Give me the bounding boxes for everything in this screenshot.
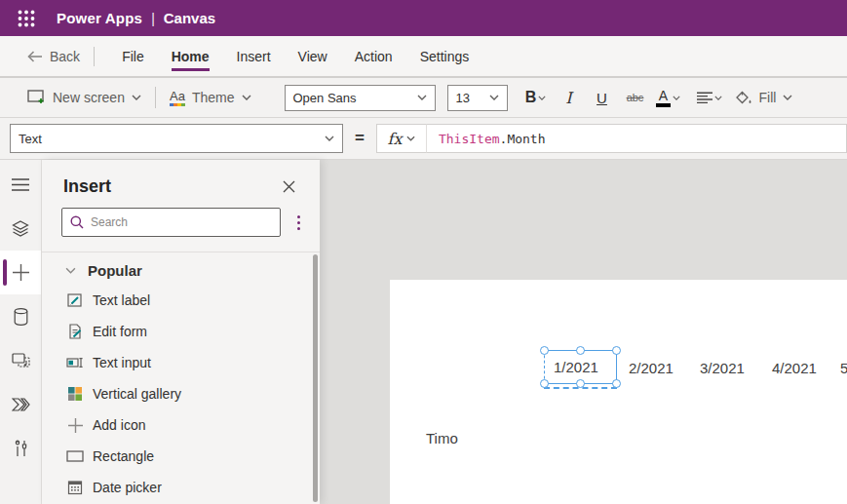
underline-button[interactable]: U: [586, 83, 619, 112]
month-label[interactable]: 3/2021: [700, 360, 745, 376]
chevron-down-icon: [673, 96, 680, 100]
chevron-down-icon: [242, 95, 251, 100]
chevron-down-icon: [783, 95, 792, 100]
document-title: Canvas: [164, 10, 215, 26]
month-label[interactable]: 4/2021: [772, 360, 817, 376]
panel-scrollbar[interactable]: [313, 254, 318, 502]
align-left-icon: [697, 92, 712, 104]
strikethrough-button[interactable]: abc: [619, 83, 652, 112]
resize-handle[interactable]: [540, 346, 549, 355]
popular-section-header[interactable]: Popular: [42, 252, 320, 285]
chevron-down-icon: [325, 136, 334, 141]
insert-item-rectangle[interactable]: Rectangle: [42, 441, 320, 472]
menu-item-file[interactable]: File: [114, 37, 152, 76]
insert-item-text-label[interactable]: Text label: [42, 285, 320, 316]
theme-label: Theme: [192, 90, 235, 105]
align-button[interactable]: [693, 83, 726, 112]
month-label-text: 1/2021: [554, 359, 598, 375]
rail-data-button[interactable]: [0, 294, 41, 338]
bold-icon: B: [525, 89, 537, 106]
formula-member: .Month: [500, 132, 546, 146]
insert-panel-header: Insert: [42, 160, 320, 208]
search-box[interactable]: [61, 208, 281, 237]
font-family-select[interactable]: Open Sans: [285, 85, 436, 111]
menu-item-settings[interactable]: Settings: [412, 37, 478, 76]
selected-month-label[interactable]: 1/2021: [544, 350, 617, 384]
studio-body: Insert: [0, 160, 847, 504]
menu-item-action[interactable]: Action: [347, 37, 401, 76]
insert-item-vertical-gallery[interactable]: Vertical gallery: [42, 378, 320, 409]
resize-handle[interactable]: [576, 379, 585, 388]
insert-item-edit-form[interactable]: Edit form: [42, 316, 320, 347]
app-title[interactable]: Power Apps: [57, 10, 142, 26]
menu-item-label: Settings: [420, 49, 470, 64]
month-label[interactable]: 2/2021: [629, 360, 674, 376]
fx-dropdown[interactable]: fx: [376, 124, 427, 153]
more-options-kebab-icon[interactable]: [290, 215, 306, 230]
italic-button[interactable]: I: [553, 83, 586, 112]
resize-handle[interactable]: [612, 379, 621, 388]
search-icon: [70, 215, 84, 229]
insert-plus-icon: [13, 264, 29, 281]
rail-insert-button[interactable]: [0, 251, 41, 294]
formula-bar: Text = fx ThisItem.Month: [0, 118, 847, 160]
power-apps-studio: Power Apps | Canvas Back File Home Inser…: [0, 0, 847, 504]
resize-handle[interactable]: [612, 346, 621, 355]
theme-aa-icon: Aa: [170, 90, 185, 106]
close-icon[interactable]: [277, 174, 300, 198]
vertical-gallery-icon: [66, 386, 84, 402]
insert-item-text-input[interactable]: Text input: [42, 347, 320, 378]
hamburger-icon: [12, 178, 29, 191]
waffle-icon[interactable]: [10, 2, 43, 35]
formula-entity: ThisItem: [439, 132, 500, 146]
month-label[interactable]: 5/2021: [840, 360, 847, 376]
search-input[interactable]: [91, 215, 272, 229]
chevron-down-icon: [714, 96, 722, 100]
insert-panel: Insert: [42, 160, 320, 504]
menu-divider: [94, 47, 95, 66]
font-size-select[interactable]: 13: [447, 85, 508, 111]
rail-advanced-tools-button[interactable]: [0, 426, 41, 470]
back-button[interactable]: Back: [27, 49, 80, 64]
property-select[interactable]: Text: [10, 124, 343, 153]
fill-button[interactable]: Fill: [736, 90, 793, 105]
search-row: [42, 208, 320, 237]
app-screen-canvas[interactable]: 1/2021 2/2021 3/2021 4/2021 5/2021 Timo: [390, 280, 847, 504]
italic-icon: I: [565, 89, 571, 107]
insert-panel-title: Insert: [63, 176, 111, 197]
insert-item-label: Vertical gallery: [93, 386, 181, 402]
font-color-button[interactable]: A: [652, 83, 685, 112]
menu-item-home[interactable]: Home: [164, 37, 217, 76]
rail-flows-button[interactable]: [0, 382, 41, 426]
formula-input[interactable]: ThisItem.Month: [427, 124, 847, 153]
left-rail: [0, 160, 42, 504]
menu-item-label: Insert: [237, 49, 271, 64]
date-picker-calendar-icon: [66, 480, 84, 495]
rail-menu-button[interactable]: [0, 163, 41, 207]
chevron-down-icon: [489, 95, 499, 100]
bold-button[interactable]: B: [520, 83, 553, 112]
insert-item-label: Text label: [93, 292, 150, 308]
theme-button[interactable]: Aa Theme: [170, 90, 251, 106]
fx-icon: fx: [387, 130, 402, 148]
rail-media-button[interactable]: [0, 338, 41, 382]
menu-item-view[interactable]: View: [290, 37, 335, 76]
chevron-down-icon: [65, 267, 76, 274]
chevron-down-icon: [406, 136, 415, 141]
new-screen-button[interactable]: New screen: [27, 90, 141, 105]
font-size-value: 13: [456, 91, 470, 105]
property-value: Text: [19, 132, 42, 146]
insert-list: Text label Edit form: [42, 285, 320, 503]
timo-text-label[interactable]: Timo: [426, 430, 458, 446]
new-screen-icon: [27, 90, 46, 105]
edit-form-icon: [66, 324, 84, 339]
insert-item-date-picker[interactable]: Date picker: [42, 472, 320, 503]
menu-item-insert[interactable]: Insert: [229, 37, 279, 76]
workspace: 1/2021 2/2021 3/2021 4/2021 5/2021 Timo: [320, 160, 847, 504]
rail-tree-view-button[interactable]: [0, 207, 41, 251]
resize-handle[interactable]: [540, 379, 549, 388]
resize-handle[interactable]: [576, 346, 585, 355]
insert-item-add-icon[interactable]: Add icon: [42, 409, 320, 441]
toolbar-divider: [155, 87, 156, 108]
insert-item-label: Text input: [93, 355, 151, 370]
